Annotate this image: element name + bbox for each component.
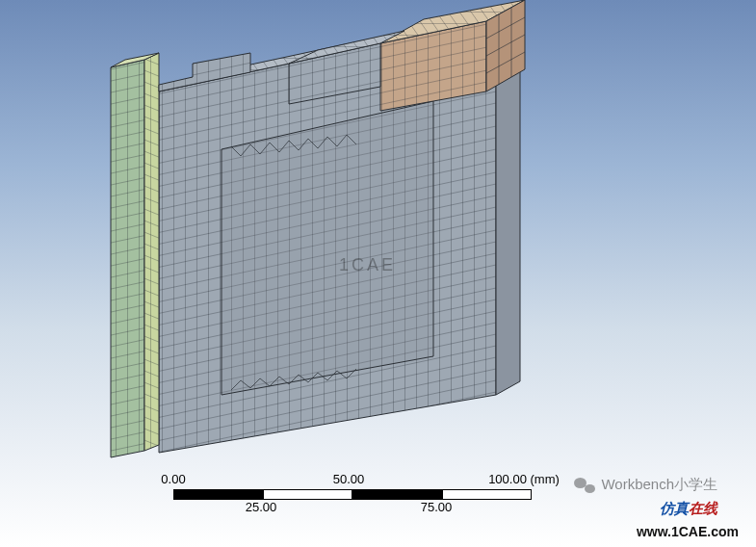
left-slab-side: [144, 53, 159, 451]
scale-tick-0: 0.00: [161, 472, 185, 486]
top-connector-top: [289, 31, 404, 64]
url-watermark: www.1CAE.com: [637, 524, 739, 539]
top-connector: [289, 43, 380, 104]
top-block-side: [486, 0, 525, 91]
scale-bar-segments: [173, 489, 559, 500]
scale-tick-50: 50.00: [333, 472, 365, 486]
wechat-label: Workbench小学生: [601, 476, 717, 494]
inner-pad: [222, 101, 433, 395]
svg-line-7: [486, 17, 525, 39]
left-slab-front: [111, 60, 144, 457]
scale-tick-100: 100.00 (mm): [488, 472, 560, 486]
svg-line-9: [486, 52, 525, 73]
scale-bar: 0.00 50.00 100.00 (mm) 25.00 75.00: [173, 472, 559, 517]
scale-tick-75: 75.00: [421, 500, 453, 514]
main-plate-side: [496, 7, 520, 395]
main-plate-top: [159, 7, 520, 91]
center-watermark: 1CAE: [339, 255, 396, 275]
top-block-side-grid: [486, 8, 525, 85]
svg-line-8: [486, 35, 525, 56]
step-feature: [159, 53, 250, 91]
top-block-top: [380, 0, 525, 43]
mesh-triangles-bottom: [231, 369, 356, 390]
left-slab-top: [111, 53, 159, 67]
top-block-front: [380, 21, 486, 111]
wechat-watermark: Workbench小学生: [574, 476, 717, 494]
mesh-model: [0, 0, 756, 462]
wechat-icon: [574, 477, 595, 494]
main-plate-front: [159, 19, 496, 453]
mesh-triangles-top: [231, 135, 356, 156]
brand-watermark: 仿真在线: [660, 500, 717, 518]
scale-tick-25: 25.00: [246, 500, 277, 514]
graphics-viewport[interactable]: 1CAE 0.00 50.00 100.00 (mm) 25.00 75.00 …: [0, 0, 756, 547]
